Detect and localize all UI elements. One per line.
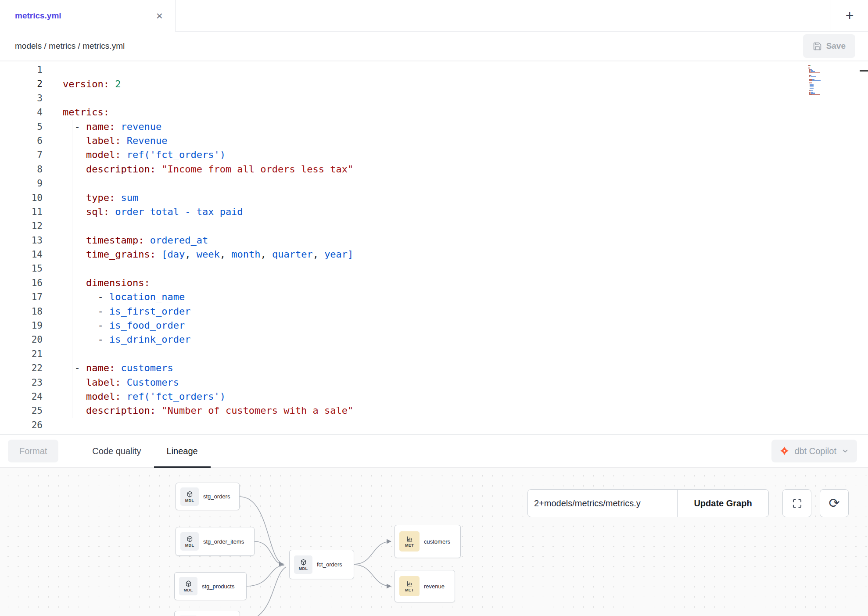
code-line[interactable]: 6 label: Revenue bbox=[0, 134, 868, 148]
graph-selector-input[interactable] bbox=[527, 489, 678, 517]
line-number[interactable]: 14 bbox=[0, 247, 43, 261]
code-line-text bbox=[58, 347, 868, 361]
code-line-text: - location_name bbox=[58, 290, 868, 304]
breadcrumb: models / metrics / metrics.yml bbox=[15, 41, 125, 51]
save-label: Save bbox=[826, 41, 846, 51]
node-label: stg_products bbox=[202, 583, 234, 590]
line-number[interactable]: 9 bbox=[0, 176, 43, 190]
line-number[interactable]: 1 bbox=[0, 63, 43, 77]
model-icon: MDL bbox=[180, 532, 199, 551]
code-line-text: sql: order_total - tax_paid bbox=[58, 205, 868, 219]
dbt-copilot-button[interactable]: dbt Copilot bbox=[771, 440, 857, 462]
line-number[interactable]: 8 bbox=[0, 162, 43, 176]
line-number[interactable]: 21 bbox=[0, 347, 43, 361]
code-line[interactable]: 7 model: ref('fct_orders') bbox=[0, 148, 868, 162]
code-line-text: description: "Number of customers with a… bbox=[58, 404, 868, 418]
code-line-text: model: ref('fct_orders') bbox=[58, 390, 868, 404]
code-line[interactable]: 15 bbox=[0, 261, 868, 276]
code-line[interactable]: 20 - is_drink_order bbox=[0, 333, 868, 347]
line-number[interactable]: 11 bbox=[0, 205, 43, 219]
refresh-button[interactable]: ⟳ bbox=[820, 489, 849, 517]
code-line-text: - is_first_order bbox=[58, 304, 868, 319]
line-number[interactable]: 7 bbox=[0, 148, 43, 162]
code-line[interactable]: 8 description: "Income from all orders l… bbox=[0, 162, 868, 176]
format-button[interactable]: Format bbox=[8, 440, 58, 462]
code-line[interactable]: 23 label: Customers bbox=[0, 376, 868, 390]
line-number[interactable]: 18 bbox=[0, 304, 43, 319]
code-line[interactable]: 9 bbox=[0, 176, 868, 190]
line-number[interactable]: 16 bbox=[0, 276, 43, 290]
save-button[interactable]: Save bbox=[803, 34, 855, 58]
line-number[interactable]: 20 bbox=[0, 333, 43, 347]
close-tab-icon[interactable]: × bbox=[156, 10, 163, 21]
new-tab-button[interactable]: + bbox=[831, 0, 868, 32]
code-line[interactable]: 26 bbox=[0, 418, 868, 432]
line-number[interactable]: 26 bbox=[0, 418, 43, 432]
tab-strip-empty bbox=[176, 0, 831, 32]
code-line[interactable]: 21 bbox=[0, 347, 868, 361]
node-label: customers bbox=[424, 538, 450, 545]
code-line[interactable]: 18 - is_first_order bbox=[0, 304, 868, 319]
code-line[interactable]: 10 type: sum bbox=[0, 191, 868, 205]
node-stg-order-items[interactable]: MDL stg_order_items bbox=[176, 527, 255, 556]
model-icon: MDL bbox=[294, 555, 312, 574]
code-line[interactable]: 14 time_grains: [day, week, month, quart… bbox=[0, 247, 868, 261]
minimap[interactable] bbox=[808, 64, 832, 97]
scrollbar-thumb[interactable] bbox=[860, 70, 868, 72]
update-graph-button[interactable]: Update Graph bbox=[677, 489, 769, 517]
line-number[interactable]: 15 bbox=[0, 261, 43, 276]
line-number[interactable]: 6 bbox=[0, 134, 43, 148]
node-partial[interactable] bbox=[174, 611, 240, 616]
line-number[interactable]: 4 bbox=[0, 105, 43, 119]
node-revenue[interactable]: MET revenue bbox=[395, 570, 455, 602]
code-line-text: dimensions: bbox=[58, 276, 868, 290]
code-line-text: description: "Income from all orders les… bbox=[58, 162, 868, 176]
line-number[interactable]: 10 bbox=[0, 191, 43, 205]
code-line[interactable]: 16 dimensions: bbox=[0, 276, 868, 290]
code-line[interactable]: 3 bbox=[0, 91, 868, 105]
line-number[interactable]: 13 bbox=[0, 233, 43, 247]
node-fct-orders[interactable]: MDL fct_orders bbox=[289, 550, 354, 579]
line-number[interactable]: 3 bbox=[0, 91, 43, 105]
code-line[interactable]: 5 - name: revenue bbox=[0, 120, 868, 134]
node-label: fct_orders bbox=[317, 561, 342, 568]
code-line[interactable]: 17 - location_name bbox=[0, 290, 868, 304]
code-line[interactable]: 22 - name: customers bbox=[0, 361, 868, 375]
tab-lineage[interactable]: Lineage bbox=[154, 435, 211, 467]
fullscreen-button[interactable] bbox=[782, 489, 811, 517]
node-stg-products[interactable]: MDL stg_products bbox=[174, 572, 247, 600]
code-line-text: model: ref('fct_orders') bbox=[58, 148, 868, 162]
tab-metrics-yml[interactable]: metrics.yml × bbox=[0, 0, 176, 32]
lineage-canvas[interactable]: MDL stg_orders MDL stg_order_items MDL s… bbox=[0, 468, 868, 616]
line-number[interactable]: 2 bbox=[0, 77, 43, 91]
code-line[interactable]: 1 bbox=[0, 63, 868, 77]
code-line[interactable]: 11 sql: order_total - tax_paid bbox=[0, 205, 868, 219]
node-customers[interactable]: MET customers bbox=[395, 525, 461, 558]
code-line-text: label: Customers bbox=[58, 376, 868, 390]
line-number[interactable]: 24 bbox=[0, 390, 43, 404]
line-number[interactable]: 17 bbox=[0, 290, 43, 304]
code-line[interactable]: 25 description: "Number of customers wit… bbox=[0, 404, 868, 418]
panel-tabs: Code quality Lineage bbox=[79, 435, 210, 467]
code-line-text bbox=[58, 261, 868, 276]
line-number[interactable]: 22 bbox=[0, 361, 43, 375]
code-line[interactable]: 4metrics: bbox=[0, 105, 868, 119]
copilot-label: dbt Copilot bbox=[794, 446, 836, 456]
model-icon: MDL bbox=[179, 577, 197, 595]
code-line-text: timestamp: ordered_at bbox=[58, 233, 868, 247]
node-stg-orders[interactable]: MDL stg_orders bbox=[176, 483, 240, 510]
line-number[interactable]: 12 bbox=[0, 219, 43, 233]
code-line[interactable]: 13 timestamp: ordered_at bbox=[0, 233, 868, 247]
code-editor[interactable]: 12version: 234metrics:5 - name: revenue6… bbox=[0, 61, 868, 434]
line-number[interactable]: 5 bbox=[0, 120, 43, 134]
tab-code-quality[interactable]: Code quality bbox=[79, 435, 154, 467]
line-number[interactable]: 23 bbox=[0, 376, 43, 390]
code-line[interactable]: 24 model: ref('fct_orders') bbox=[0, 390, 868, 404]
code-line[interactable]: 19 - is_food_order bbox=[0, 319, 868, 333]
code-line-text bbox=[58, 219, 868, 233]
code-lines: 12version: 234metrics:5 - name: revenue6… bbox=[0, 61, 868, 432]
line-number[interactable]: 25 bbox=[0, 404, 43, 418]
code-line[interactable]: 12 bbox=[0, 219, 868, 233]
code-line[interactable]: 2version: 2 bbox=[0, 77, 868, 91]
line-number[interactable]: 19 bbox=[0, 319, 43, 333]
